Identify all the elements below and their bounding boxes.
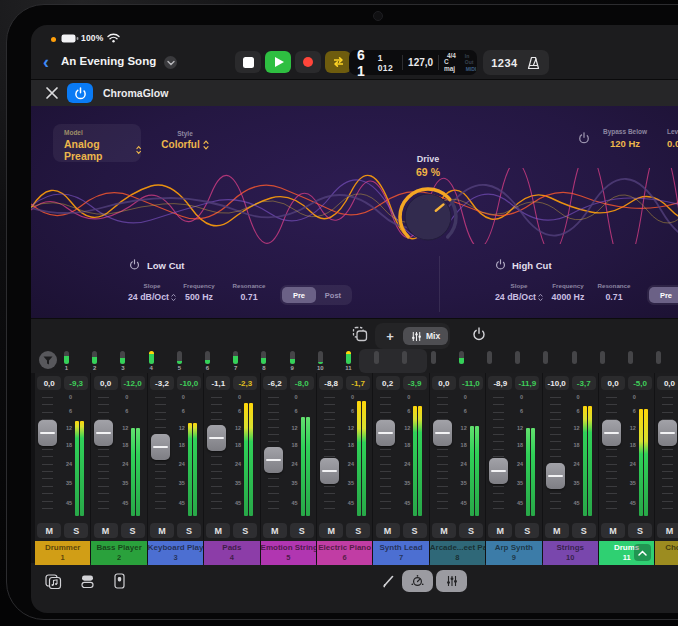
solo-button[interactable]: S: [572, 523, 596, 538]
fader-db-value[interactable]: 0,0: [37, 376, 61, 390]
pre-button[interactable]: Pre: [649, 287, 678, 303]
peak-db-value[interactable]: -11,9: [515, 376, 539, 390]
track-name-tile[interactable]: Emotion Strings5: [261, 541, 316, 565]
close-icon[interactable]: [45, 86, 59, 100]
mute-button[interactable]: M: [94, 523, 118, 538]
fader-db-value[interactable]: -8,9: [488, 376, 512, 390]
style-select[interactable]: Style Colorful: [153, 130, 217, 150]
low-cut-resonance-control[interactable]: Resonance 0.71: [214, 282, 284, 302]
mute-button[interactable]: M: [206, 523, 230, 538]
play-button[interactable]: [265, 51, 291, 73]
mute-button[interactable]: M: [601, 523, 625, 538]
track-name-tile[interactable]: Arp Synth9: [486, 541, 541, 565]
fader-cap[interactable]: [658, 420, 677, 446]
peak-db-value[interactable]: -3,7: [572, 376, 596, 390]
lcd-display[interactable]: 6 1 1 012 127,0 4/4 C maj In Out MIDI: [349, 50, 477, 75]
solo-button[interactable]: S: [121, 523, 145, 538]
fader-db-value[interactable]: 0,0: [432, 376, 456, 390]
track-name-tile[interactable]: Drummer1: [35, 541, 90, 565]
record-button[interactable]: [295, 51, 321, 73]
solo-button[interactable]: S: [64, 523, 88, 538]
peak-db-value[interactable]: -11,0: [459, 376, 483, 390]
fader-cap[interactable]: [38, 420, 57, 446]
song-menu-button[interactable]: [164, 56, 177, 69]
fader-db-value[interactable]: -1,1: [206, 376, 230, 390]
mute-button[interactable]: M: [263, 523, 287, 538]
fader-cap[interactable]: [376, 420, 395, 446]
solo-button[interactable]: S: [515, 523, 539, 538]
track-name-tile[interactable]: Pads4: [204, 541, 259, 565]
fader-cap[interactable]: [207, 425, 226, 451]
mute-button[interactable]: M: [657, 523, 678, 538]
peak-db-value[interactable]: -1,7: [346, 376, 370, 390]
solo-button[interactable]: S: [290, 523, 314, 538]
low-cut-power-icon[interactable]: [129, 259, 140, 270]
peak-db-value[interactable]: -10,0: [177, 376, 201, 390]
edit-pencil-button[interactable]: [379, 571, 399, 591]
peak-db-value[interactable]: -2,3: [233, 376, 257, 390]
fader-db-value[interactable]: -6,2: [263, 376, 287, 390]
mute-button[interactable]: M: [376, 523, 400, 538]
plugin-power-button[interactable]: [67, 83, 93, 103]
cycle-button[interactable]: [325, 51, 351, 73]
drive-knob[interactable]: [393, 182, 463, 252]
mute-button[interactable]: M: [545, 523, 569, 538]
track-name-tile[interactable]: Chorus V12: [655, 541, 678, 565]
knob-view-button[interactable]: [402, 570, 433, 592]
metronome-icon[interactable]: [526, 56, 541, 70]
track-name-tile[interactable]: Drums11: [599, 541, 654, 565]
loop-browser-button[interactable]: [43, 571, 63, 591]
track-name-tile[interactable]: Arcade...eet Pad8: [430, 541, 485, 565]
count-in-button[interactable]: 1234: [491, 57, 517, 69]
fader-cap[interactable]: [94, 420, 113, 446]
collapse-chevron-button[interactable]: [634, 544, 651, 561]
mute-button[interactable]: M: [319, 523, 343, 538]
peak-db-value[interactable]: -8,0: [290, 376, 314, 390]
sliders-view-button[interactable]: [436, 570, 467, 592]
track-name-tile[interactable]: Keyboard Player3: [148, 541, 203, 565]
pre-button[interactable]: Pre: [282, 287, 316, 303]
mute-button[interactable]: M: [488, 523, 512, 538]
level-control[interactable]: Level 0.0: [667, 128, 678, 149]
fader-cap[interactable]: [264, 447, 283, 473]
mixer-power-button[interactable]: [467, 324, 491, 344]
track-name-tile[interactable]: Electric Piano6: [317, 541, 372, 565]
fader-cap[interactable]: [602, 420, 621, 446]
solo-button[interactable]: S: [459, 523, 483, 538]
mute-button[interactable]: M: [37, 523, 61, 538]
solo-button[interactable]: S: [346, 523, 370, 538]
fader-cap[interactable]: [151, 434, 170, 460]
add-track-button[interactable]: +: [377, 327, 403, 345]
fader-db-value[interactable]: 0,0: [601, 376, 625, 390]
solo-button[interactable]: S: [233, 523, 257, 538]
solo-button[interactable]: S: [403, 523, 427, 538]
model-select[interactable]: Model Analog Preamp: [53, 124, 141, 162]
fader-cap[interactable]: [433, 420, 452, 446]
high-cut-resonance-control[interactable]: Resonance 0.71: [579, 282, 649, 302]
track-name-tile[interactable]: Strings10: [543, 541, 598, 565]
mute-button[interactable]: M: [150, 523, 174, 538]
peak-db-value[interactable]: -5,0: [628, 376, 652, 390]
fader-db-value[interactable]: 0,0: [657, 376, 678, 390]
fader-db-value[interactable]: 0,0: [94, 376, 118, 390]
stop-button[interactable]: [235, 51, 261, 73]
fader-cap[interactable]: [489, 458, 508, 484]
track-name-tile[interactable]: Synth Lead7: [373, 541, 428, 565]
peak-db-value[interactable]: -12,0: [121, 376, 145, 390]
fader-cap[interactable]: [546, 463, 565, 489]
solo-button[interactable]: S: [628, 523, 652, 538]
peak-db-value[interactable]: -9,3: [64, 376, 88, 390]
fader-view-button[interactable]: [109, 571, 129, 591]
peak-db-value[interactable]: -3,9: [403, 376, 427, 390]
bypass-below-control[interactable]: Bypass Below 120 Hz: [593, 128, 657, 149]
fader-db-value[interactable]: 0,2: [376, 376, 400, 390]
fader-db-value[interactable]: -8,8: [319, 376, 343, 390]
fader-cap[interactable]: [320, 458, 339, 484]
high-cut-power-icon[interactable]: [495, 259, 506, 270]
post-button[interactable]: Post: [316, 287, 350, 303]
song-title[interactable]: An Evening Song: [61, 55, 156, 67]
mute-button[interactable]: M: [432, 523, 456, 538]
fader-db-value[interactable]: -3,2: [150, 376, 174, 390]
duplicate-button[interactable]: [349, 324, 371, 344]
fader-db-value[interactable]: -10,0: [545, 376, 569, 390]
